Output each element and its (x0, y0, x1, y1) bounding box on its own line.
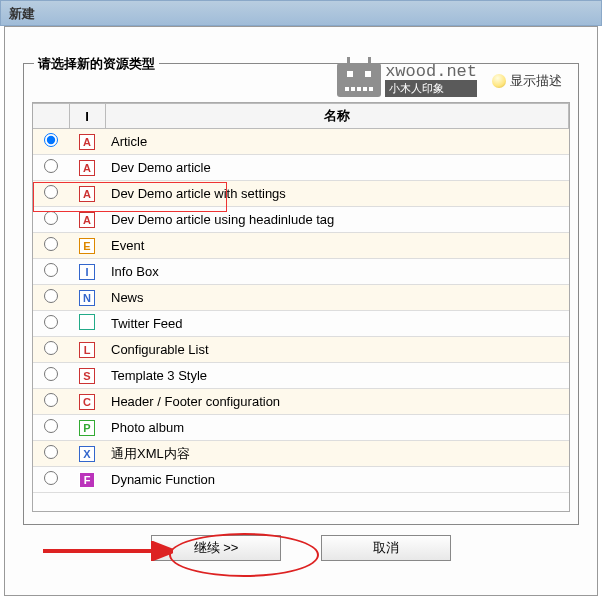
resource-radio[interactable] (44, 289, 58, 303)
show-description-label: 显示描述 (510, 72, 562, 90)
resource-label: Photo album (105, 415, 569, 441)
resource-label: Dev Demo article (105, 155, 569, 181)
dialog-body: xwood.net 小木人印象 请选择新的资源类型 显示描述 I 名称 AArt… (4, 26, 598, 596)
resource-table-container: I 名称 AArticleADev Demo articleADev Demo … (32, 102, 570, 512)
resource-table: I 名称 AArticleADev Demo articleADev Demo … (33, 103, 569, 493)
resource-label: Dev Demo article using headinlude tag (105, 207, 569, 233)
type-icon: A (79, 212, 95, 228)
resource-radio[interactable] (44, 133, 58, 147)
resource-label: Article (105, 129, 569, 155)
type-icon: I (79, 264, 95, 280)
resource-radio[interactable] (44, 237, 58, 251)
resource-radio[interactable] (44, 445, 58, 459)
table-row[interactable]: LConfigurable List (33, 337, 569, 363)
cancel-button[interactable]: 取消 (321, 535, 451, 561)
table-row[interactable]: CHeader / Footer configuration (33, 389, 569, 415)
table-row[interactable]: ADev Demo article (33, 155, 569, 181)
col-name: 名称 (105, 104, 569, 129)
resource-radio[interactable] (44, 341, 58, 355)
table-row[interactable]: Twitter Feed (33, 311, 569, 337)
type-icon: L (79, 342, 95, 358)
resource-radio[interactable] (44, 393, 58, 407)
resource-label: Header / Footer configuration (105, 389, 569, 415)
resource-radio[interactable] (44, 159, 58, 173)
type-icon: S (79, 368, 95, 384)
table-row[interactable]: ADev Demo article using headinlude tag (33, 207, 569, 233)
table-row[interactable]: ADev Demo article with settings (33, 181, 569, 207)
title-bar: 新建 (0, 0, 602, 26)
resource-radio[interactable] (44, 367, 58, 381)
button-bar: 继续 >> 取消 (5, 535, 597, 561)
table-row[interactable]: AArticle (33, 129, 569, 155)
resource-radio[interactable] (44, 471, 58, 485)
resource-label: Twitter Feed (105, 311, 569, 337)
type-icon: C (79, 394, 95, 410)
resource-label: Dynamic Function (105, 467, 569, 493)
resource-label: Configurable List (105, 337, 569, 363)
resource-radio[interactable] (44, 419, 58, 433)
watermark-logo: xwood.net 小木人印象 (337, 63, 477, 97)
resource-label: Dev Demo article with settings (105, 181, 569, 207)
resource-label: Template 3 Style (105, 363, 569, 389)
type-icon: F (79, 472, 95, 488)
resource-radio[interactable] (44, 263, 58, 277)
resource-label: Info Box (105, 259, 569, 285)
type-icon: E (79, 238, 95, 254)
type-icon: N (79, 290, 95, 306)
table-row[interactable]: PPhoto album (33, 415, 569, 441)
resource-label: News (105, 285, 569, 311)
type-icon: A (79, 134, 95, 150)
continue-button[interactable]: 继续 >> (151, 535, 281, 561)
table-row[interactable]: X通用XML内容 (33, 441, 569, 467)
type-icon (79, 314, 95, 330)
table-row[interactable]: IInfo Box (33, 259, 569, 285)
resource-type-fieldset: 请选择新的资源类型 显示描述 I 名称 AArticleADev Demo ar… (23, 63, 579, 525)
type-icon: A (79, 186, 95, 202)
table-row[interactable]: EEvent (33, 233, 569, 259)
resource-radio[interactable] (44, 185, 58, 199)
window-title: 新建 (9, 6, 35, 21)
resource-label: 通用XML内容 (105, 441, 569, 467)
type-icon: X (79, 446, 95, 462)
resource-label: Event (105, 233, 569, 259)
table-row[interactable]: FDynamic Function (33, 467, 569, 493)
show-description-link[interactable]: 显示描述 (492, 72, 562, 90)
col-icon: I (69, 104, 105, 129)
type-icon: A (79, 160, 95, 176)
resource-radio[interactable] (44, 211, 58, 225)
type-icon: P (79, 420, 95, 436)
lightbulb-icon (492, 74, 506, 88)
logo-text: xwood.net (385, 63, 477, 80)
table-row[interactable]: NNews (33, 285, 569, 311)
col-radio (33, 104, 69, 129)
resource-radio[interactable] (44, 315, 58, 329)
logo-subtitle: 小木人印象 (385, 80, 477, 97)
robot-icon (337, 63, 381, 97)
fieldset-legend: 请选择新的资源类型 (34, 55, 159, 73)
table-row[interactable]: STemplate 3 Style (33, 363, 569, 389)
